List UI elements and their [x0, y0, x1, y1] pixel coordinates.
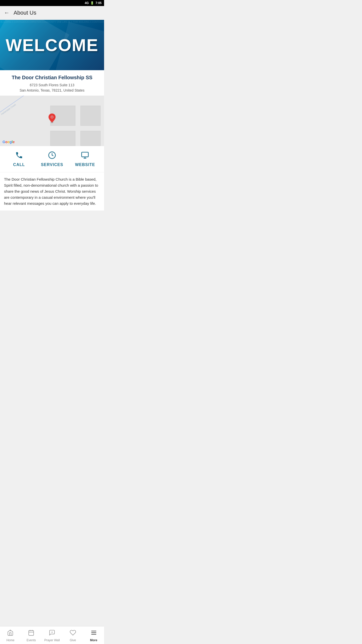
church-description: The Door Christian Fellowship Church is …	[0, 172, 104, 211]
header: ← About Us	[0, 6, 104, 20]
call-button[interactable]: CALL	[3, 151, 35, 167]
google-map-label: Google	[3, 140, 15, 144]
action-buttons: CALL SERVICES WEBSITE	[0, 146, 104, 172]
map-background: Harlandale Creek Google	[0, 96, 104, 146]
map-block	[80, 106, 101, 126]
map-pin	[48, 113, 56, 124]
services-button[interactable]: SERVICES	[35, 151, 68, 167]
signal-indicator: 4G	[85, 1, 89, 5]
phone-icon	[15, 151, 23, 161]
battery-icon: 🔋	[90, 1, 94, 5]
svg-point-2	[51, 116, 53, 118]
map-block	[80, 131, 101, 146]
status-bar: 4G 🔋 7:05	[0, 0, 104, 6]
description-text: The Door Christian Fellowship Church is …	[4, 176, 100, 207]
church-info: The Door Christian Fellowship SS 6723 So…	[0, 70, 104, 96]
map-container[interactable]: Harlandale Creek Google	[0, 96, 104, 146]
svg-rect-4	[82, 152, 88, 157]
clock-icon	[48, 151, 56, 161]
back-button[interactable]: ←	[4, 10, 10, 16]
website-button[interactable]: WEBSITE	[69, 151, 102, 167]
website-label: WEBSITE	[75, 163, 95, 167]
welcome-text: WELCOME	[6, 35, 98, 55]
call-label: CALL	[13, 163, 25, 167]
services-label: SERVICES	[41, 163, 63, 167]
monitor-icon	[81, 151, 89, 161]
time-display: 7:05	[96, 1, 102, 5]
page-title: About Us	[14, 10, 36, 16]
church-address: 6723 South Flores Suite 113 San Antonio,…	[4, 83, 100, 93]
map-creek-label: Harlandale Creek	[1, 103, 16, 115]
map-block	[50, 131, 75, 146]
church-name: The Door Christian Fellowship SS	[4, 75, 100, 80]
welcome-banner: BUILDING A CONTAGIOUS CHRISTIAN COMMUNIT…	[0, 20, 104, 70]
